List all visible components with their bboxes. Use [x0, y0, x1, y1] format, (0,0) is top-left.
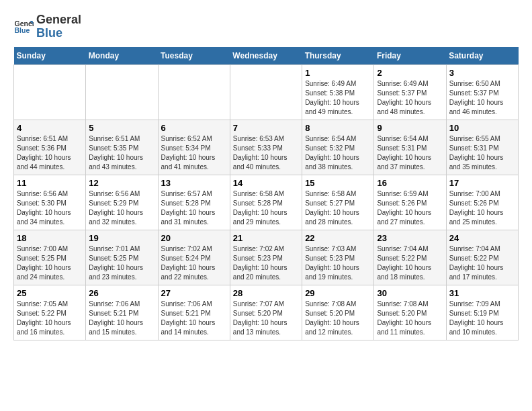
- day-info: Sunrise: 7:08 AM Sunset: 5:20 PM Dayligh…: [305, 300, 371, 337]
- day-info: Sunrise: 7:00 AM Sunset: 5:26 PM Dayligh…: [449, 189, 515, 227]
- calendar-cell: 10Sunrise: 6:55 AM Sunset: 5:31 PM Dayli…: [446, 120, 518, 175]
- day-info: Sunrise: 7:01 AM Sunset: 5:25 PM Dayligh…: [89, 244, 154, 282]
- day-number: 6: [161, 123, 227, 133]
- day-number: 12: [89, 178, 154, 188]
- day-number: 3: [449, 68, 515, 78]
- day-info: Sunrise: 6:51 AM Sunset: 5:36 PM Dayligh…: [17, 134, 83, 172]
- day-info: Sunrise: 7:02 AM Sunset: 5:23 PM Dayligh…: [233, 244, 299, 282]
- calendar-cell: 16Sunrise: 6:59 AM Sunset: 5:26 PM Dayli…: [374, 175, 446, 230]
- day-number: 1: [305, 68, 371, 78]
- calendar-cell: [230, 64, 302, 120]
- calendar-cell: 17Sunrise: 7:00 AM Sunset: 5:26 PM Dayli…: [446, 175, 518, 230]
- day-number: 25: [17, 288, 83, 298]
- day-info: Sunrise: 6:58 AM Sunset: 5:28 PM Dayligh…: [233, 189, 299, 227]
- day-number: 27: [161, 288, 227, 298]
- day-info: Sunrise: 7:03 AM Sunset: 5:23 PM Dayligh…: [305, 244, 371, 282]
- day-number: 26: [89, 288, 154, 298]
- day-number: 17: [449, 178, 515, 188]
- day-number: 28: [233, 288, 299, 298]
- calendar-cell: [158, 64, 230, 120]
- calendar-cell: 24Sunrise: 7:04 AM Sunset: 5:22 PM Dayli…: [446, 230, 518, 285]
- day-number: 19: [89, 233, 154, 243]
- day-info: Sunrise: 7:00 AM Sunset: 5:25 PM Dayligh…: [17, 244, 83, 282]
- calendar-cell: 5Sunrise: 6:51 AM Sunset: 5:35 PM Daylig…: [86, 120, 158, 175]
- day-number: 23: [377, 233, 443, 243]
- day-number: 14: [233, 178, 299, 188]
- day-number: 15: [305, 178, 371, 188]
- calendar-cell: [86, 64, 158, 120]
- day-number: 9: [377, 123, 443, 133]
- calendar-cell: 27Sunrise: 7:06 AM Sunset: 5:21 PM Dayli…: [158, 285, 230, 340]
- day-number: 21: [233, 233, 299, 243]
- weekday-header-wednesday: Wednesday: [230, 47, 302, 65]
- calendar-cell: 9Sunrise: 6:54 AM Sunset: 5:31 PM Daylig…: [374, 120, 446, 175]
- calendar-cell: 3Sunrise: 6:50 AM Sunset: 5:37 PM Daylig…: [446, 64, 518, 120]
- calendar-cell: 26Sunrise: 7:06 AM Sunset: 5:21 PM Dayli…: [86, 285, 158, 340]
- calendar-cell: 21Sunrise: 7:02 AM Sunset: 5:23 PM Dayli…: [230, 230, 302, 285]
- day-number: 4: [17, 123, 83, 133]
- calendar-cell: 18Sunrise: 7:00 AM Sunset: 5:25 PM Dayli…: [14, 230, 86, 285]
- day-info: Sunrise: 6:56 AM Sunset: 5:30 PM Dayligh…: [17, 189, 83, 227]
- calendar-cell: 2Sunrise: 6:49 AM Sunset: 5:37 PM Daylig…: [374, 64, 446, 120]
- day-info: Sunrise: 6:59 AM Sunset: 5:26 PM Dayligh…: [377, 189, 443, 227]
- day-number: 20: [161, 233, 227, 243]
- day-info: Sunrise: 6:54 AM Sunset: 5:32 PM Dayligh…: [305, 134, 371, 172]
- day-info: Sunrise: 6:56 AM Sunset: 5:29 PM Dayligh…: [89, 189, 154, 227]
- day-info: Sunrise: 7:06 AM Sunset: 5:21 PM Dayligh…: [89, 300, 154, 337]
- day-info: Sunrise: 7:07 AM Sunset: 5:20 PM Dayligh…: [233, 300, 299, 337]
- day-info: Sunrise: 7:08 AM Sunset: 5:20 PM Dayligh…: [377, 300, 443, 337]
- weekday-header-thursday: Thursday: [302, 47, 374, 65]
- day-number: 16: [377, 178, 443, 188]
- weekday-header-tuesday: Tuesday: [158, 47, 230, 65]
- calendar-cell: 30Sunrise: 7:08 AM Sunset: 5:20 PM Dayli…: [374, 285, 446, 340]
- day-info: Sunrise: 7:05 AM Sunset: 5:22 PM Dayligh…: [17, 300, 83, 337]
- logo-text: General Blue: [36, 13, 81, 40]
- calendar-cell: 11Sunrise: 6:56 AM Sunset: 5:30 PM Dayli…: [14, 175, 86, 230]
- weekday-header-saturday: Saturday: [446, 47, 518, 65]
- day-info: Sunrise: 6:51 AM Sunset: 5:35 PM Dayligh…: [89, 134, 154, 172]
- calendar-cell: 25Sunrise: 7:05 AM Sunset: 5:22 PM Dayli…: [14, 285, 86, 340]
- weekday-header-monday: Monday: [86, 47, 158, 65]
- calendar-cell: 23Sunrise: 7:04 AM Sunset: 5:22 PM Dayli…: [374, 230, 446, 285]
- day-info: Sunrise: 6:57 AM Sunset: 5:28 PM Dayligh…: [161, 189, 227, 227]
- calendar-header: SundayMondayTuesdayWednesdayThursdayFrid…: [14, 47, 519, 65]
- day-number: 30: [377, 288, 443, 298]
- weekday-header-sunday: Sunday: [14, 47, 86, 65]
- logo-icon: General Blue: [13, 17, 34, 37]
- calendar-cell: 1Sunrise: 6:49 AM Sunset: 5:38 PM Daylig…: [302, 64, 374, 120]
- calendar-cell: 14Sunrise: 6:58 AM Sunset: 5:28 PM Dayli…: [230, 175, 302, 230]
- day-number: 11: [17, 178, 83, 188]
- svg-text:Blue: Blue: [15, 26, 30, 34]
- calendar-cell: 31Sunrise: 7:09 AM Sunset: 5:19 PM Dayli…: [446, 285, 518, 340]
- calendar-cell: 8Sunrise: 6:54 AM Sunset: 5:32 PM Daylig…: [302, 120, 374, 175]
- day-info: Sunrise: 6:58 AM Sunset: 5:27 PM Dayligh…: [305, 189, 371, 227]
- day-info: Sunrise: 6:50 AM Sunset: 5:37 PM Dayligh…: [449, 79, 515, 117]
- calendar-cell: 15Sunrise: 6:58 AM Sunset: 5:27 PM Dayli…: [302, 175, 374, 230]
- day-info: Sunrise: 7:06 AM Sunset: 5:21 PM Dayligh…: [161, 300, 227, 337]
- calendar-cell: 19Sunrise: 7:01 AM Sunset: 5:25 PM Dayli…: [86, 230, 158, 285]
- calendar-table: SundayMondayTuesdayWednesdayThursdayFrid…: [13, 47, 519, 340]
- day-number: 24: [449, 233, 515, 243]
- calendar-cell: 22Sunrise: 7:03 AM Sunset: 5:23 PM Dayli…: [302, 230, 374, 285]
- day-number: 29: [305, 288, 371, 298]
- calendar-cell: 20Sunrise: 7:02 AM Sunset: 5:24 PM Dayli…: [158, 230, 230, 285]
- day-info: Sunrise: 6:52 AM Sunset: 5:34 PM Dayligh…: [161, 134, 227, 172]
- day-number: 7: [233, 123, 299, 133]
- day-number: 31: [449, 288, 515, 298]
- calendar-cell: 4Sunrise: 6:51 AM Sunset: 5:36 PM Daylig…: [14, 120, 86, 175]
- day-info: Sunrise: 7:02 AM Sunset: 5:24 PM Dayligh…: [161, 244, 227, 282]
- day-info: Sunrise: 6:49 AM Sunset: 5:37 PM Dayligh…: [377, 79, 443, 117]
- day-info: Sunrise: 6:53 AM Sunset: 5:33 PM Dayligh…: [233, 134, 299, 172]
- calendar-cell: 28Sunrise: 7:07 AM Sunset: 5:20 PM Dayli…: [230, 285, 302, 340]
- day-info: Sunrise: 7:04 AM Sunset: 5:22 PM Dayligh…: [449, 244, 515, 282]
- page-header: General Blue General Blue: [13, 13, 519, 40]
- calendar-cell: 29Sunrise: 7:08 AM Sunset: 5:20 PM Dayli…: [302, 285, 374, 340]
- weekday-header-friday: Friday: [374, 47, 446, 65]
- day-info: Sunrise: 7:04 AM Sunset: 5:22 PM Dayligh…: [377, 244, 443, 282]
- day-info: Sunrise: 6:55 AM Sunset: 5:31 PM Dayligh…: [449, 134, 515, 172]
- day-number: 8: [305, 123, 371, 133]
- calendar-cell: 13Sunrise: 6:57 AM Sunset: 5:28 PM Dayli…: [158, 175, 230, 230]
- calendar-cell: 7Sunrise: 6:53 AM Sunset: 5:33 PM Daylig…: [230, 120, 302, 175]
- day-number: 22: [305, 233, 371, 243]
- day-info: Sunrise: 7:09 AM Sunset: 5:19 PM Dayligh…: [449, 300, 515, 337]
